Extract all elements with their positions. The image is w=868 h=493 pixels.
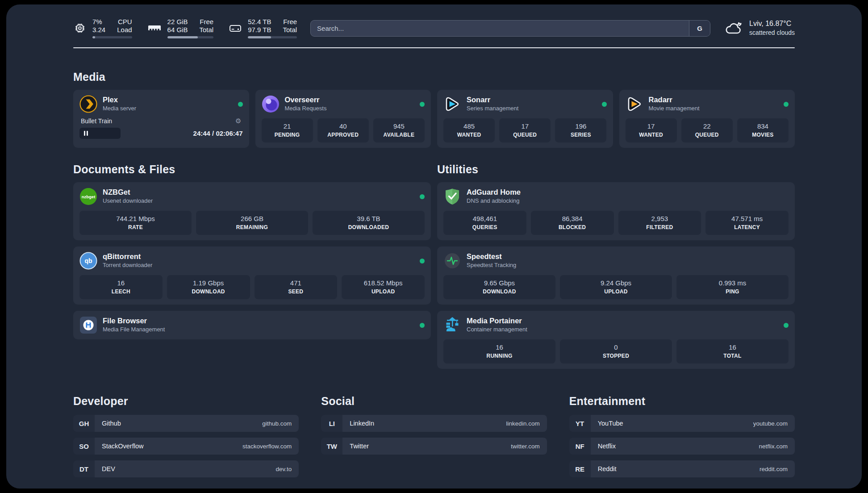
app-card-sonarr[interactable]: Sonarr Series management 485 WANTED 17 Q… [437, 90, 613, 148]
stat-value: 9.65 Gbps [445, 279, 554, 287]
bookmark-name: YouTube [598, 420, 623, 427]
stat-box: 266 GB REMAINING [196, 211, 308, 235]
section-title-developer: Developer [73, 395, 299, 408]
app-name: qBittorrent [103, 252, 152, 261]
stat-label: UPLOAD [562, 288, 670, 295]
status-online-dot [602, 102, 607, 107]
svg-text:qb: qb [84, 257, 92, 264]
stat-box: 22 QUEUED [681, 118, 733, 142]
disk-icon [229, 21, 242, 35]
bookmark-youtube[interactable]: YT YouTube youtube.com [569, 415, 795, 432]
stat-label: APPROVED [319, 132, 367, 138]
sonarr-icon [443, 95, 461, 113]
stat-box: 485 WANTED [443, 118, 495, 142]
bookmark-url: dev.to [276, 466, 292, 472]
section-utilities: Utilities AdGuard Home [437, 163, 795, 369]
bookmark-reddit[interactable]: RE Reddit reddit.com [569, 460, 795, 477]
app-card-filebrowser[interactable]: File Browser Media File Management [73, 311, 431, 339]
stat-box: 16 LEECH [79, 275, 163, 299]
bookmark-twitter[interactable]: TW Twitter twitter.com [321, 438, 547, 455]
bookmark-url: netflix.com [759, 443, 788, 450]
bookmark-url: youtube.com [753, 420, 788, 427]
bookmark-name: LinkedIn [350, 420, 374, 427]
stat-label: FILTERED [620, 224, 700, 230]
bookmark-abbr: TW [321, 438, 342, 455]
stat-box: 498,461 QUERIES [443, 211, 526, 235]
cpu-icon [73, 21, 87, 35]
app-name: NZBGet [103, 188, 153, 196]
app-card-overseerr[interactable]: Overseerr Media Requests 21 PENDING 40 A… [255, 90, 431, 148]
stat-label: DOWNLOAD [445, 288, 554, 295]
bookmark-name: Reddit [598, 465, 617, 472]
ram-progress-fill [167, 36, 198, 38]
search-input[interactable] [311, 25, 689, 32]
stat-label: BLOCKED [533, 224, 612, 230]
plex-icon [79, 95, 97, 113]
overseerr-icon [262, 95, 280, 113]
section-title-social: Social [321, 395, 547, 408]
stat-label: QUERIES [445, 224, 525, 230]
stat-box: 39.6 TB DOWNLOADED [313, 211, 425, 235]
search-engine-button[interactable]: G [689, 21, 710, 36]
app-name: AdGuard Home [467, 188, 521, 196]
app-desc: Media Requests [285, 104, 327, 113]
section-documents: Documents & Files nzbget NZBGet Usenet d [73, 163, 431, 369]
bookmark-abbr: RE [569, 460, 591, 477]
bookmark-abbr: DT [73, 460, 95, 477]
bookmark-stackoverflow[interactable]: SO StackOverflow stackoverflow.com [73, 438, 299, 455]
stat-label: DOWNLOADED [314, 224, 423, 230]
stat-value: 17 [501, 122, 549, 130]
bookmarks-entertainment: Entertainment YT YouTube youtube.com NF … [569, 395, 795, 477]
stat-box: 834 MOVIES [737, 118, 789, 142]
app-card-portainer[interactable]: Media Portainer Container management 16 … [437, 311, 795, 369]
app-card-speedtest[interactable]: Speedtest Speedtest Tracking 9.65 Gbps D… [437, 246, 795, 305]
app-card-plex[interactable]: Plex Media server Bullet Train ⚙ 24:44 /… [73, 90, 249, 148]
bookmark-github[interactable]: GH Github github.com [73, 415, 299, 432]
bookmark-netflix[interactable]: NF Netflix netflix.com [569, 438, 795, 455]
bookmark-linkedin[interactable]: LI LinkedIn linkedin.com [321, 415, 547, 432]
system-stats: 7% 3.24 CPU Load [73, 18, 297, 38]
ram-total-label: Total [199, 26, 213, 34]
stat-label: STOPPED [562, 353, 670, 359]
status-online-dot [784, 323, 789, 328]
app-card-radarr[interactable]: Radarr Movie management 17 WANTED 22 QUE… [619, 90, 795, 148]
stat-label: QUEUED [501, 132, 549, 138]
stat-value: 1.19 Gbps [169, 279, 248, 287]
header-bar: 7% 3.24 CPU Load [6, 4, 862, 38]
app-card-adguard[interactable]: AdGuard Home DNS and adblocking 498,461 … [437, 182, 795, 240]
disk-total-label: Total [283, 26, 297, 34]
search-bar: G [310, 20, 710, 37]
stat-label: TOTAL [678, 353, 787, 359]
stat-value: 945 [375, 122, 423, 130]
app-card-qbittorrent[interactable]: qb qBittorrent Torrent downloader 16 LEE… [73, 246, 431, 305]
section-media: Media Plex Media server [73, 71, 795, 148]
stat-box: 17 QUEUED [499, 118, 551, 142]
bookmark-name: Netflix [598, 443, 616, 450]
bookmark-dev[interactable]: DT DEV dev.to [73, 460, 299, 477]
app-name: Media Portainer [467, 317, 527, 325]
stat-value: 196 [557, 122, 605, 130]
bookmark-url: linkedin.com [506, 420, 540, 427]
bookmark-name: Github [102, 420, 121, 427]
section-title-entertainment: Entertainment [569, 395, 795, 408]
pause-button[interactable] [79, 128, 121, 139]
stat-box: 196 SERIES [555, 118, 606, 142]
stat-value: 266 GB [198, 215, 306, 223]
disk-free-label: Free [283, 18, 297, 26]
app-desc: Media server [103, 104, 136, 113]
app-name: File Browser [103, 317, 165, 325]
bookmark-name: DEV [102, 465, 115, 472]
svg-text:nzbget: nzbget [82, 194, 96, 199]
stat-box: 16 TOTAL [676, 339, 789, 363]
status-online-dot [420, 102, 425, 107]
stat-value: 744.21 Mbps [81, 215, 190, 223]
stat-value: 16 [445, 343, 554, 351]
cpu-label: CPU [118, 18, 132, 26]
player-settings-icon[interactable]: ⚙ [235, 118, 241, 124]
app-desc: Series management [467, 104, 518, 113]
app-card-nzbget[interactable]: nzbget NZBGet Usenet downloader 744.21 M… [73, 182, 431, 240]
stat-value: 618.52 Mbps [343, 279, 423, 287]
stat-value: 485 [445, 122, 493, 130]
stat-box: 40 APPROVED [317, 118, 369, 142]
status-online-dot [238, 102, 243, 107]
